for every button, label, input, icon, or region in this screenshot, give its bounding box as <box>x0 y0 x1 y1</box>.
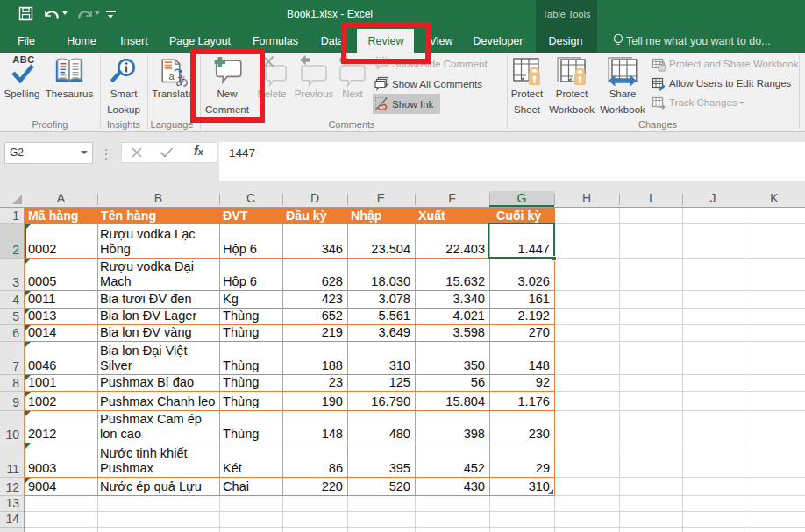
svg-text:あ: あ <box>176 73 189 87</box>
svg-text:a: a <box>169 71 175 82</box>
